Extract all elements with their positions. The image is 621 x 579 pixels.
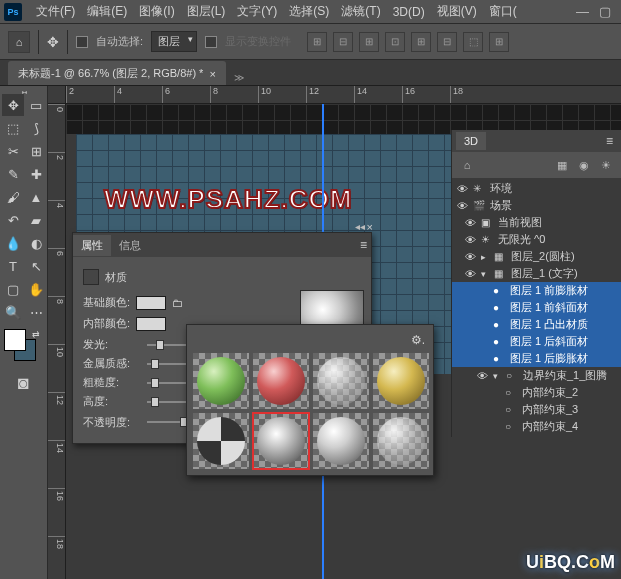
tree-row-light[interactable]: 👁☀无限光 ^0 — [452, 231, 621, 248]
blur-tool[interactable]: 💧 — [2, 232, 24, 254]
visibility-icon[interactable]: 👁 — [462, 234, 478, 246]
menu-window[interactable]: 窗口( — [483, 0, 523, 23]
tree-row-material[interactable]: ●图层 1 后斜面材 — [452, 333, 621, 350]
filter-all-icon[interactable]: ⌂ — [458, 156, 476, 174]
inner-color-swatch[interactable] — [136, 317, 166, 331]
tree-row-constraint[interactable]: ○内部约束_3 — [452, 401, 621, 418]
align-icon[interactable]: ⊡ — [385, 32, 405, 52]
visibility-icon[interactable]: 👁 — [474, 370, 490, 382]
mode-icon[interactable]: ⬚ — [463, 32, 483, 52]
tree-row-layer2[interactable]: 👁▸▦图层_2(圆柱) — [452, 248, 621, 265]
tree-row-env[interactable]: 👁✳环境 — [452, 180, 621, 197]
type-tool[interactable]: T — [2, 255, 24, 277]
filter-light-icon[interactable]: ☀ — [597, 156, 615, 174]
menu-layer[interactable]: 图层(L) — [181, 0, 232, 23]
ruler-origin[interactable] — [48, 86, 66, 104]
tree-row-material[interactable]: ●图层 1 凸出材质 — [452, 316, 621, 333]
frame-tool[interactable]: ⊞ — [25, 140, 47, 162]
texture-menu-icon[interactable]: 🗀 — [172, 297, 183, 309]
material-swatch[interactable] — [193, 353, 249, 409]
material-swatch[interactable] — [253, 353, 309, 409]
artboard-tool[interactable]: ▭ — [25, 94, 47, 116]
tree-row-constraint[interactable]: ○内部约束_2 — [452, 384, 621, 401]
align-icon[interactable]: ⊟ — [333, 32, 353, 52]
gear-icon[interactable]: ⚙. — [411, 333, 425, 347]
align-icon[interactable]: ⊞ — [359, 32, 379, 52]
ruler-vertical[interactable]: 0 2 4 6 8 10 12 14 16 18 — [48, 104, 66, 579]
minimize-button[interactable]: — — [576, 4, 589, 19]
disclose-icon[interactable]: ▾ — [493, 371, 503, 381]
menu-image[interactable]: 图像(I) — [133, 0, 180, 23]
menu-edit[interactable]: 编辑(E) — [81, 0, 133, 23]
tree-row-material[interactable]: ●图层 1 前膨胀材 — [452, 282, 621, 299]
foreground-swatch[interactable] — [4, 329, 26, 351]
shape-tool[interactable]: ▢ — [2, 278, 24, 300]
brush-tool[interactable]: 🖌 — [2, 186, 24, 208]
tree-row-boundary[interactable]: 👁▾○边界约束_1_图腾 — [452, 367, 621, 384]
filter-material-icon[interactable]: ◉ — [575, 156, 593, 174]
document-tab[interactable]: 未标题-1 @ 66.7% (图层 2, RGB/8#) * × — [8, 61, 226, 85]
crop-tool[interactable]: ✂ — [2, 140, 24, 162]
material-swatch[interactable] — [193, 413, 249, 469]
menu-view[interactable]: 视图(V) — [431, 0, 483, 23]
tree-row-view[interactable]: 👁▣当前视图 — [452, 214, 621, 231]
auto-select-checkbox[interactable] — [76, 36, 88, 48]
maximize-button[interactable]: ▢ — [599, 4, 611, 19]
base-color-swatch[interactable] — [136, 296, 166, 310]
swap-colors-icon[interactable]: ⇄ — [32, 329, 40, 339]
ruler-horizontal[interactable]: 2 4 6 8 10 12 14 16 18 — [66, 86, 621, 104]
menu-3d[interactable]: 3D(D) — [387, 2, 431, 22]
menu-filter[interactable]: 滤镜(T) — [335, 0, 386, 23]
hand-tool[interactable]: ✋ — [25, 278, 47, 300]
tab-overflow-icon[interactable]: ≫ — [230, 70, 248, 85]
quickmask-toggle[interactable]: ◙ — [2, 373, 45, 394]
disclose-icon[interactable]: ▾ — [481, 269, 491, 279]
menu-select[interactable]: 选择(S) — [283, 0, 335, 23]
tree-row-scene[interactable]: 👁🎬场景 — [452, 197, 621, 214]
align-icon[interactable]: ⊟ — [437, 32, 457, 52]
auto-select-target[interactable]: 图层 — [151, 31, 197, 52]
disclose-icon[interactable]: ▸ — [481, 252, 491, 262]
tree-row-constraint[interactable]: ○内部约束_4 — [452, 418, 621, 435]
home-button[interactable]: ⌂ — [8, 31, 30, 53]
panel-menu-icon[interactable]: ≡ — [356, 236, 371, 254]
material-swatch[interactable] — [373, 353, 429, 409]
edit-toolbar[interactable]: ⋯ — [25, 301, 47, 323]
path-select-tool[interactable]: ↖ — [25, 255, 47, 277]
material-swatch[interactable] — [313, 353, 369, 409]
tree-row-material[interactable]: ●图层 1 后膨胀材 — [452, 350, 621, 367]
material-swatch-selected[interactable] — [253, 413, 309, 469]
eyedropper-tool[interactable]: ✎ — [2, 163, 24, 185]
stamp-tool[interactable]: ▲ — [25, 186, 47, 208]
tab-properties[interactable]: 属性 — [73, 235, 111, 256]
align-icon[interactable]: ⊞ — [307, 32, 327, 52]
material-swatch[interactable] — [373, 413, 429, 469]
close-tab-icon[interactable]: × — [209, 68, 215, 80]
mode-icon[interactable]: ⊞ — [489, 32, 509, 52]
menu-file[interactable]: 文件(F) — [30, 0, 81, 23]
visibility-icon[interactable]: 👁 — [462, 268, 478, 280]
visibility-icon[interactable]: 👁 — [462, 251, 478, 263]
visibility-icon[interactable]: 👁 — [454, 183, 470, 195]
lasso-tool[interactable]: ⟆ — [25, 117, 47, 139]
visibility-icon[interactable]: 👁 — [462, 217, 478, 229]
tree-row-layer1[interactable]: 👁▾▦图层_1 (文字) — [452, 265, 621, 282]
close-icon[interactable]: × — [363, 221, 377, 233]
move-tool[interactable]: ✥ — [2, 94, 24, 116]
tree-row-material[interactable]: ●图层 1 前斜面材 — [452, 299, 621, 316]
healing-tool[interactable]: ✚ — [25, 163, 47, 185]
menu-type[interactable]: 文字(Y) — [231, 0, 283, 23]
material-swatch[interactable] — [313, 413, 369, 469]
visibility-icon[interactable]: 👁 — [454, 200, 470, 212]
tab-3d[interactable]: 3D — [456, 132, 486, 150]
gradient-tool[interactable]: ▰ — [25, 209, 47, 231]
zoom-tool[interactable]: 🔍 — [2, 301, 24, 323]
dodge-tool[interactable]: ◐ — [25, 232, 47, 254]
show-transform-checkbox[interactable] — [205, 36, 217, 48]
align-icon[interactable]: ⊞ — [411, 32, 431, 52]
filter-mesh-icon[interactable]: ▦ — [553, 156, 571, 174]
marquee-tool[interactable]: ⬚ — [2, 117, 24, 139]
panel-menu-icon[interactable]: ≡ — [602, 132, 617, 150]
history-brush-tool[interactable]: ↶ — [2, 209, 24, 231]
tab-info[interactable]: 信息 — [111, 235, 149, 256]
